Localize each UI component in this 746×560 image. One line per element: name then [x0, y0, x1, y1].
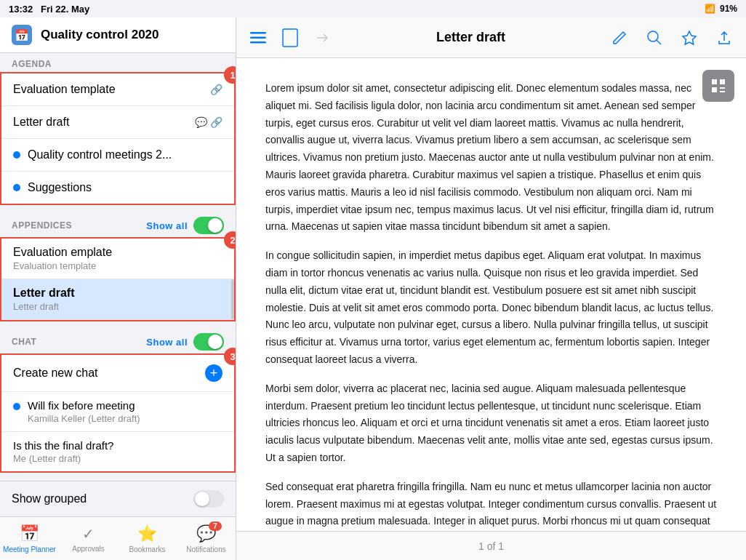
wifi-icon: 📶 [705, 4, 715, 14]
appendices-toggle[interactable] [193, 217, 224, 234]
content-toolbar: Letter draft [236, 17, 746, 58]
content-footer: 1 of 1 [236, 531, 746, 560]
create-chat-button[interactable]: Create new chat + [1, 355, 234, 392]
agenda-item-suggestions[interactable]: Suggestions [1, 172, 234, 204]
content-side-icon[interactable] [702, 70, 734, 102]
svg-point-4 [648, 31, 658, 41]
svg-rect-11 [720, 91, 725, 92]
plus-icon: + [205, 364, 222, 382]
link-icon-2: 🔗 [210, 116, 222, 128]
tab-bookmarks[interactable]: ⭐ Bookmarks [118, 517, 177, 560]
svg-rect-2 [250, 41, 266, 44]
sidebar: 📅 Quality control 2020 AGENDA 1 Evaluati… [0, 17, 236, 560]
sidebar-title: Quality control 2020 [41, 28, 159, 42]
chat-bordered: 3 Create new chat + Will fix before meet… [0, 353, 236, 473]
notification-badge: 7 [209, 521, 222, 531]
meeting-planner-icon: 📅 [20, 524, 39, 543]
sidebar-scroll: AGENDA 1 Evaluation template 🔗 [0, 53, 236, 481]
agenda-item-qcm[interactable]: Quality control meetings 2... [1, 139, 234, 172]
svg-rect-10 [720, 87, 725, 89]
bookmarks-icon: ⭐ [137, 524, 157, 543]
tab-approvals[interactable]: ✓ Approvals [59, 517, 118, 560]
status-bar: 13:32 Fri 22. May 📶 91% [0, 0, 746, 17]
content-area: Letter draft [236, 17, 746, 560]
app-icon: 📅 [12, 25, 32, 45]
document-button[interactable] [277, 25, 303, 51]
star-button[interactable] [676, 25, 702, 51]
show-grouped-toggle[interactable] [193, 490, 224, 508]
show-all-chat[interactable]: Show all [146, 337, 188, 348]
svg-rect-3 [283, 29, 297, 47]
chat-toggle[interactable] [193, 333, 224, 351]
share-doc-button[interactable] [309, 25, 335, 51]
svg-marker-6 [683, 31, 696, 44]
agenda-section-header: AGENDA [0, 53, 236, 72]
chat-icon: 💬 [195, 116, 207, 128]
chat-dot-1 [13, 403, 20, 410]
content-title: Letter draft [341, 30, 601, 45]
sidebar-bottom: Show grouped [0, 481, 236, 516]
sidebar-header: 📅 Quality control 2020 [0, 17, 236, 53]
edit-button[interactable] [606, 25, 633, 51]
svg-rect-1 [250, 36, 266, 39]
chat-item-2[interactable]: Is this the final draft? Me (Letter draf… [1, 432, 234, 471]
svg-rect-9 [712, 87, 717, 92]
svg-rect-0 [250, 32, 266, 34]
tab-meeting-planner[interactable]: 📅 Meeting Planner [0, 517, 59, 560]
appendices-section-header: APPENDICES Show all [0, 211, 236, 237]
svg-rect-7 [712, 79, 717, 84]
status-time: 13:32 Fri 22. May [9, 4, 89, 15]
agenda-item-letter[interactable]: Letter draft 💬 🔗 [1, 106, 234, 139]
divider-handle [231, 279, 234, 319]
menu-button[interactable] [245, 25, 271, 51]
page-indicator: 1 of 1 [478, 540, 504, 552]
tab-notifications[interactable]: 💬 7 Notifications [177, 517, 236, 560]
chat-item-1[interactable]: Will fix before meeting Kamilla Keller (… [1, 392, 234, 432]
agenda-section-wrapper: AGENDA 1 Evaluation template 🔗 [0, 53, 236, 205]
svg-line-5 [657, 40, 661, 44]
battery-level: 91% [720, 4, 737, 14]
status-right: 📶 91% [705, 4, 737, 14]
show-all-appendices[interactable]: Show all [146, 220, 188, 231]
chat-section-header: CHAT Show all [0, 327, 236, 353]
svg-rect-8 [720, 79, 725, 84]
agenda-bordered: 1 Evaluation template 🔗 Letter draft [0, 72, 236, 205]
link-icon: 🔗 [210, 84, 222, 95]
upload-button[interactable] [711, 25, 737, 51]
appendix-evaluation[interactable]: Evaluation emplate Evaluation template [1, 239, 234, 279]
appendices-bordered: 2 Evaluation emplate Evaluation template… [0, 237, 236, 321]
appendices-section-wrapper: APPENDICES Show all 2 Evaluation emplate… [0, 211, 236, 321]
dot-icon [13, 151, 20, 159]
content-text: Lorem ipsum dolor sit amet, consectetur … [265, 80, 717, 531]
appendix-letter[interactable]: Letter draft Letter draft [1, 279, 234, 320]
approvals-icon: ✓ [82, 525, 95, 543]
content-body: Lorem ipsum dolor sit amet, consectetur … [236, 58, 746, 531]
chat-section-wrapper: CHAT Show all 3 Create new chat + [0, 327, 236, 473]
tab-bar: 📅 Meeting Planner ✓ Approvals ⭐ Bookmark… [0, 516, 236, 560]
search-button[interactable] [641, 25, 667, 51]
dot-icon-2 [13, 184, 20, 191]
agenda-item-evaluation[interactable]: Evaluation template 🔗 [1, 73, 234, 106]
